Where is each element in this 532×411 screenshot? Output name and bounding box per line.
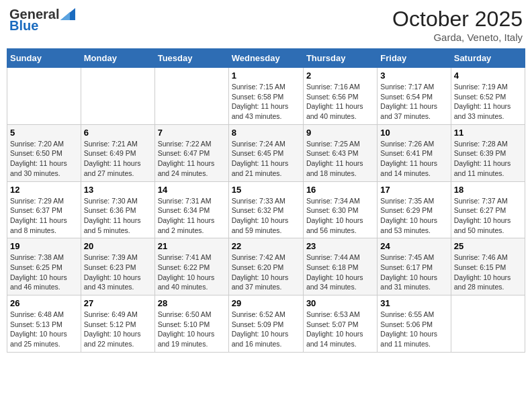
calendar-cell: 1Sunrise: 7:15 AM Sunset: 6:58 PM Daylig…	[228, 68, 303, 125]
calendar-week-4: 19Sunrise: 7:38 AM Sunset: 6:25 PM Dayli…	[7, 238, 525, 295]
day-info: Sunrise: 7:29 AM Sunset: 6:37 PM Dayligh…	[10, 197, 67, 234]
weekday-header-thursday: Thursday	[303, 49, 377, 68]
weekday-header-tuesday: Tuesday	[154, 49, 228, 68]
day-number: 3	[380, 71, 447, 81]
calendar-cell: 30Sunrise: 6:53 AM Sunset: 5:07 PM Dayli…	[303, 295, 377, 353]
logo: General Blue	[9, 7, 75, 34]
day-info: Sunrise: 7:22 AM Sunset: 6:47 PM Dayligh…	[158, 140, 215, 177]
day-number: 1	[232, 71, 300, 81]
day-info: Sunrise: 7:30 AM Sunset: 6:36 PM Dayligh…	[84, 197, 141, 234]
day-info: Sunrise: 7:33 AM Sunset: 6:32 PM Dayligh…	[232, 197, 289, 234]
day-number: 12	[10, 185, 78, 195]
day-number: 30	[306, 298, 374, 308]
calendar-cell: 27Sunrise: 6:49 AM Sunset: 5:12 PM Dayli…	[81, 295, 154, 353]
day-number: 22	[232, 241, 300, 251]
calendar-cell: 28Sunrise: 6:50 AM Sunset: 5:10 PM Dayli…	[154, 295, 228, 353]
day-info: Sunrise: 6:48 AM Sunset: 5:13 PM Dayligh…	[10, 310, 67, 348]
calendar-week-1: 1Sunrise: 7:15 AM Sunset: 6:58 PM Daylig…	[7, 68, 525, 125]
calendar-cell: 11Sunrise: 7:28 AM Sunset: 6:39 PM Dayli…	[451, 124, 525, 181]
calendar-cell	[451, 295, 525, 353]
day-info: Sunrise: 7:37 AM Sunset: 6:27 PM Dayligh…	[454, 197, 511, 234]
day-info: Sunrise: 6:52 AM Sunset: 5:09 PM Dayligh…	[232, 310, 289, 348]
calendar-cell: 17Sunrise: 7:35 AM Sunset: 6:29 PM Dayli…	[378, 181, 451, 238]
day-info: Sunrise: 6:50 AM Sunset: 5:10 PM Dayligh…	[158, 310, 215, 348]
calendar-cell: 8Sunrise: 7:24 AM Sunset: 6:45 PM Daylig…	[228, 124, 303, 181]
day-number: 20	[84, 241, 152, 251]
day-info: Sunrise: 7:15 AM Sunset: 6:58 PM Dayligh…	[232, 83, 289, 120]
calendar-cell	[81, 68, 154, 125]
day-number: 24	[380, 241, 447, 251]
day-info: Sunrise: 7:38 AM Sunset: 6:25 PM Dayligh…	[10, 253, 67, 291]
day-info: Sunrise: 7:26 AM Sunset: 6:41 PM Dayligh…	[380, 140, 437, 177]
day-number: 28	[158, 298, 226, 308]
calendar-cell: 21Sunrise: 7:41 AM Sunset: 6:22 PM Dayli…	[154, 238, 228, 295]
day-number: 2	[306, 71, 374, 81]
day-number: 9	[306, 128, 374, 138]
day-info: Sunrise: 7:39 AM Sunset: 6:23 PM Dayligh…	[84, 253, 141, 291]
day-number: 21	[158, 241, 226, 251]
calendar-week-5: 26Sunrise: 6:48 AM Sunset: 5:13 PM Dayli…	[7, 295, 525, 353]
day-number: 13	[84, 185, 152, 195]
weekday-header-sunday: Sunday	[7, 49, 81, 68]
day-number: 25	[454, 241, 522, 251]
calendar-cell: 31Sunrise: 6:55 AM Sunset: 5:06 PM Dayli…	[378, 295, 451, 353]
day-number: 14	[158, 185, 226, 195]
day-number: 7	[158, 128, 226, 138]
calendar-cell: 26Sunrise: 6:48 AM Sunset: 5:13 PM Dayli…	[7, 295, 81, 353]
day-number: 10	[380, 128, 447, 138]
calendar-cell: 14Sunrise: 7:31 AM Sunset: 6:34 PM Dayli…	[154, 181, 228, 238]
day-info: Sunrise: 6:53 AM Sunset: 5:07 PM Dayligh…	[306, 310, 363, 348]
day-info: Sunrise: 7:34 AM Sunset: 6:30 PM Dayligh…	[306, 197, 363, 234]
day-number: 4	[454, 71, 522, 81]
day-number: 6	[84, 128, 152, 138]
calendar-cell: 20Sunrise: 7:39 AM Sunset: 6:23 PM Dayli…	[81, 238, 154, 295]
day-number: 5	[10, 128, 78, 138]
day-info: Sunrise: 7:28 AM Sunset: 6:39 PM Dayligh…	[454, 140, 511, 177]
day-info: Sunrise: 7:17 AM Sunset: 6:54 PM Dayligh…	[380, 83, 437, 120]
day-info: Sunrise: 7:16 AM Sunset: 6:56 PM Dayligh…	[306, 83, 363, 120]
day-info: Sunrise: 7:21 AM Sunset: 6:49 PM Dayligh…	[84, 140, 141, 177]
calendar-cell: 5Sunrise: 7:20 AM Sunset: 6:50 PM Daylig…	[7, 124, 81, 181]
calendar-cell: 13Sunrise: 7:30 AM Sunset: 6:36 PM Dayli…	[81, 181, 154, 238]
weekday-header-friday: Friday	[378, 49, 451, 68]
weekday-header-wednesday: Wednesday	[228, 49, 303, 68]
day-info: Sunrise: 7:31 AM Sunset: 6:34 PM Dayligh…	[158, 197, 215, 234]
day-info: Sunrise: 6:55 AM Sunset: 5:06 PM Dayligh…	[380, 310, 437, 348]
day-number: 29	[232, 298, 300, 308]
calendar-cell: 3Sunrise: 7:17 AM Sunset: 6:54 PM Daylig…	[378, 68, 451, 125]
day-info: Sunrise: 7:25 AM Sunset: 6:43 PM Dayligh…	[306, 140, 363, 177]
weekday-header-saturday: Saturday	[451, 49, 525, 68]
calendar-cell: 10Sunrise: 7:26 AM Sunset: 6:41 PM Dayli…	[378, 124, 451, 181]
calendar-cell: 7Sunrise: 7:22 AM Sunset: 6:47 PM Daylig…	[154, 124, 228, 181]
weekday-header-row: SundayMondayTuesdayWednesdayThursdayFrid…	[7, 49, 525, 68]
calendar-cell: 12Sunrise: 7:29 AM Sunset: 6:37 PM Dayli…	[7, 181, 81, 238]
calendar-week-2: 5Sunrise: 7:20 AM Sunset: 6:50 PM Daylig…	[7, 124, 525, 181]
calendar-cell	[7, 68, 81, 125]
day-info: Sunrise: 6:49 AM Sunset: 5:12 PM Dayligh…	[84, 310, 141, 348]
day-info: Sunrise: 7:35 AM Sunset: 6:29 PM Dayligh…	[380, 197, 437, 234]
day-info: Sunrise: 7:46 AM Sunset: 6:15 PM Dayligh…	[454, 253, 511, 291]
page-title: October 2025	[392, 7, 523, 32]
logo-blue: Blue	[9, 18, 38, 34]
day-info: Sunrise: 7:19 AM Sunset: 6:52 PM Dayligh…	[454, 83, 511, 120]
weekday-header-monday: Monday	[81, 49, 154, 68]
day-number: 27	[84, 298, 152, 308]
calendar-cell: 9Sunrise: 7:25 AM Sunset: 6:43 PM Daylig…	[303, 124, 377, 181]
page-header: General Blue October 2025 Garda, Veneto,…	[7, 7, 525, 43]
calendar-cell: 22Sunrise: 7:42 AM Sunset: 6:20 PM Dayli…	[228, 238, 303, 295]
calendar-cell: 29Sunrise: 6:52 AM Sunset: 5:09 PM Dayli…	[228, 295, 303, 353]
day-number: 23	[306, 241, 374, 251]
calendar-cell: 16Sunrise: 7:34 AM Sunset: 6:30 PM Dayli…	[303, 181, 377, 238]
logo-icon	[60, 8, 75, 20]
calendar-cell: 24Sunrise: 7:45 AM Sunset: 6:17 PM Dayli…	[378, 238, 451, 295]
calendar-cell: 15Sunrise: 7:33 AM Sunset: 6:32 PM Dayli…	[228, 181, 303, 238]
calendar-cell: 18Sunrise: 7:37 AM Sunset: 6:27 PM Dayli…	[451, 181, 525, 238]
day-number: 15	[232, 185, 300, 195]
page-subtitle: Garda, Veneto, Italy	[392, 32, 523, 43]
day-info: Sunrise: 7:42 AM Sunset: 6:20 PM Dayligh…	[232, 253, 289, 291]
day-info: Sunrise: 7:41 AM Sunset: 6:22 PM Dayligh…	[158, 253, 215, 291]
title-block: October 2025 Garda, Veneto, Italy	[392, 7, 523, 43]
day-info: Sunrise: 7:24 AM Sunset: 6:45 PM Dayligh…	[232, 140, 289, 177]
day-number: 16	[306, 185, 374, 195]
calendar-table: SundayMondayTuesdayWednesdayThursdayFrid…	[7, 48, 525, 353]
